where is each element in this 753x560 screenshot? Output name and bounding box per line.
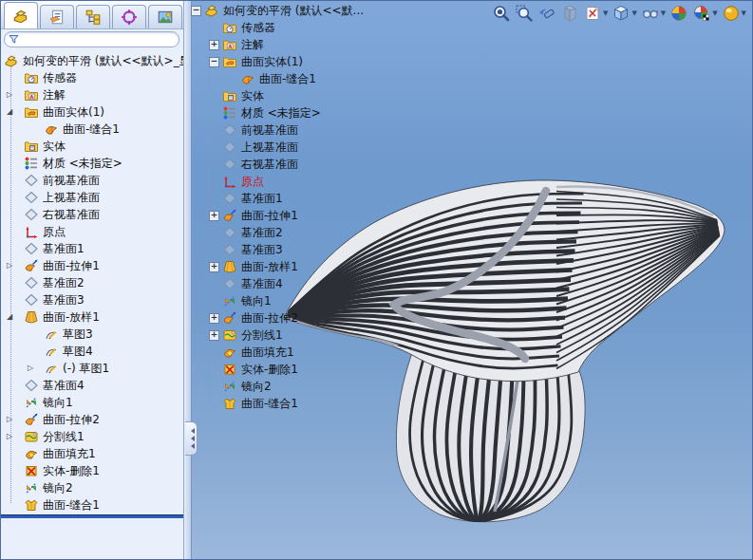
tree-item[interactable]: 前视基准面 bbox=[1, 172, 183, 189]
expand-triangle-icon[interactable]: ▷ bbox=[7, 432, 12, 440]
tree-item[interactable]: 镜向2 bbox=[1, 479, 183, 496]
tree-item[interactable]: ▷分割线1 bbox=[1, 428, 183, 445]
tree-item[interactable]: 前视基准面 bbox=[198, 121, 416, 139]
dropdown-caret-icon[interactable]: ▼ bbox=[661, 9, 666, 17]
dropdown-caret-icon[interactable]: ▼ bbox=[631, 9, 636, 17]
tree-item[interactable]: 曲面-缝合1 bbox=[198, 395, 416, 412]
tree-item[interactable]: 材质 <未指定> bbox=[198, 104, 416, 121]
dropdown-caret-icon[interactable]: ▼ bbox=[603, 9, 608, 17]
tree-item[interactable]: 传感器 bbox=[1, 69, 183, 86]
tree-item[interactable]: +曲面-放样1 bbox=[198, 258, 416, 275]
tree-item[interactable]: 实体 bbox=[1, 138, 183, 155]
surface-fill-icon bbox=[24, 446, 39, 461]
view-settings-icon bbox=[722, 4, 741, 23]
tree-item[interactable]: 右视基准面 bbox=[198, 156, 416, 173]
zoom-to-fit-button[interactable] bbox=[491, 3, 512, 24]
tree-item[interactable]: +曲面-拉伸2 bbox=[198, 309, 416, 327]
tree-item[interactable]: 基准面1 bbox=[1, 240, 183, 257]
tree-item[interactable]: 右视基准面 bbox=[1, 206, 183, 223]
view-settings-button[interactable]: ▼ bbox=[721, 3, 747, 24]
plane-icon bbox=[24, 275, 39, 290]
tree-item[interactable]: 实体-删除1 bbox=[198, 361, 416, 378]
tree-item[interactable]: +分割线1 bbox=[198, 327, 416, 344]
expand-box-icon[interactable]: + bbox=[209, 313, 219, 324]
tree-item[interactable]: 基准面4 bbox=[1, 377, 183, 394]
tree-item[interactable]: 如何变的平滑 (默认<<默认>_显 bbox=[1, 52, 183, 69]
tree-item[interactable]: 曲面-缝合1 bbox=[1, 496, 183, 513]
graphics-viewport[interactable]: −如何变的平滑 (默认<<默...传感器+注解−曲面实体(1)曲面-缝合1实体材… bbox=[192, 1, 753, 560]
tree-item[interactable]: 原点 bbox=[198, 173, 416, 190]
collapse-triangle-icon[interactable]: ◢ bbox=[7, 107, 12, 116]
filter-input[interactable] bbox=[20, 33, 166, 47]
tree-item[interactable]: 实体-删除1 bbox=[1, 462, 183, 479]
expand-triangle-icon[interactable]: ▷ bbox=[28, 364, 33, 372]
tree-item[interactable]: ◢曲面-放样1 bbox=[1, 308, 183, 326]
tree-item[interactable]: 传感器 bbox=[198, 19, 416, 36]
tree-item[interactable]: 基准面3 bbox=[1, 291, 183, 308]
panel-collapse-handle[interactable] bbox=[185, 421, 198, 456]
previous-view-button[interactable] bbox=[537, 3, 557, 24]
zoom-to-area-button[interactable] bbox=[514, 3, 535, 24]
tree-item[interactable]: ▷曲面-拉伸2 bbox=[1, 411, 183, 428]
rollback-bar[interactable] bbox=[1, 514, 183, 518]
tree-item[interactable]: ▷注解 bbox=[1, 86, 183, 103]
tree-item[interactable]: 基准面1 bbox=[198, 190, 416, 207]
tree-item[interactable]: 实体 bbox=[198, 87, 416, 104]
expand-box-icon[interactable]: + bbox=[209, 330, 219, 341]
tab-propertymanager[interactable] bbox=[40, 5, 74, 28]
filter-funnel-icon bbox=[8, 33, 20, 46]
tree-item[interactable]: 上视基准面 bbox=[198, 139, 416, 156]
view-orientation-button[interactable]: ▼ bbox=[582, 3, 609, 24]
dropdown-caret-icon[interactable]: ▼ bbox=[712, 9, 717, 17]
tree-item[interactable]: 上视基准面 bbox=[1, 189, 183, 206]
expand-box-icon[interactable]: + bbox=[209, 262, 219, 272]
tree-item[interactable]: 基准面4 bbox=[198, 275, 416, 292]
hide-show-items-button[interactable]: ▼ bbox=[640, 3, 667, 24]
tree-item[interactable]: 曲面-缝合1 bbox=[1, 121, 183, 138]
tree-item[interactable]: 基准面3 bbox=[198, 241, 416, 258]
tree-item[interactable]: 材质 <未指定> bbox=[1, 155, 183, 172]
dropdown-caret-icon[interactable]: ▼ bbox=[742, 9, 746, 17]
tree-item[interactable]: ◢曲面实体(1) bbox=[1, 103, 183, 121]
tree-item[interactable]: ▷(-) 草图1 bbox=[1, 360, 183, 377]
collapse-box-icon[interactable]: − bbox=[191, 6, 201, 16]
edit-appearance-button[interactable] bbox=[668, 3, 689, 24]
tree-item[interactable]: 基准面2 bbox=[1, 274, 183, 291]
expand-triangle-icon[interactable]: ▷ bbox=[7, 261, 12, 270]
tab-configurationmanager[interactable] bbox=[76, 5, 110, 28]
tree-item[interactable]: 曲面填充1 bbox=[198, 344, 416, 361]
viewport-feature-tree: −如何变的平滑 (默认<<默...传感器+注解−曲面实体(1)曲面-缝合1实体材… bbox=[198, 2, 416, 412]
tree-item[interactable]: 镜向1 bbox=[198, 292, 416, 309]
panel-splitter[interactable] bbox=[184, 1, 192, 560]
tab-displaymanager[interactable] bbox=[148, 5, 182, 28]
tree-item[interactable]: 曲面-缝合1 bbox=[198, 70, 416, 87]
tree-item[interactable]: 草图3 bbox=[1, 326, 183, 343]
tree-item[interactable]: 基准面2 bbox=[198, 224, 416, 241]
apply-scene-button[interactable]: ▼ bbox=[691, 3, 718, 24]
tree-item[interactable]: −曲面实体(1) bbox=[198, 53, 416, 70]
display-style-button[interactable]: ▼ bbox=[611, 3, 637, 24]
tree-item[interactable]: 曲面填充1 bbox=[1, 445, 183, 462]
expand-box-icon[interactable]: + bbox=[209, 211, 219, 221]
tree-item[interactable]: 原点 bbox=[1, 223, 183, 240]
expand-triangle-icon[interactable]: ▷ bbox=[7, 415, 12, 423]
sensor-icon bbox=[24, 70, 39, 85]
part-icon bbox=[12, 8, 29, 25]
tree-item[interactable]: 草图4 bbox=[1, 343, 183, 360]
tab-dimxpertmanager[interactable] bbox=[112, 5, 146, 28]
collapse-box-icon[interactable]: − bbox=[209, 57, 219, 67]
expand-triangle-icon[interactable]: ▷ bbox=[7, 90, 12, 99]
expand-box-icon[interactable]: + bbox=[209, 40, 219, 50]
tree-item[interactable]: 镜向2 bbox=[198, 378, 416, 395]
collapse-triangle-icon[interactable]: ◢ bbox=[7, 312, 12, 321]
sketch-icon bbox=[44, 344, 59, 359]
plane-icon bbox=[24, 207, 39, 222]
tree-item[interactable]: +曲面-拉伸1 bbox=[198, 207, 416, 224]
tree-item[interactable]: −如何变的平滑 (默认<<默... bbox=[198, 2, 416, 19]
heads-up-view-toolbar: ▼▼▼▼▼ bbox=[491, 3, 747, 24]
tree-item[interactable]: +注解 bbox=[198, 36, 416, 53]
tree-item[interactable]: ▷曲面-拉伸1 bbox=[1, 257, 183, 274]
tab-featuremanager[interactable] bbox=[4, 2, 38, 28]
feature-filter[interactable] bbox=[4, 31, 179, 47]
tree-item[interactable]: 镜向1 bbox=[1, 394, 183, 411]
